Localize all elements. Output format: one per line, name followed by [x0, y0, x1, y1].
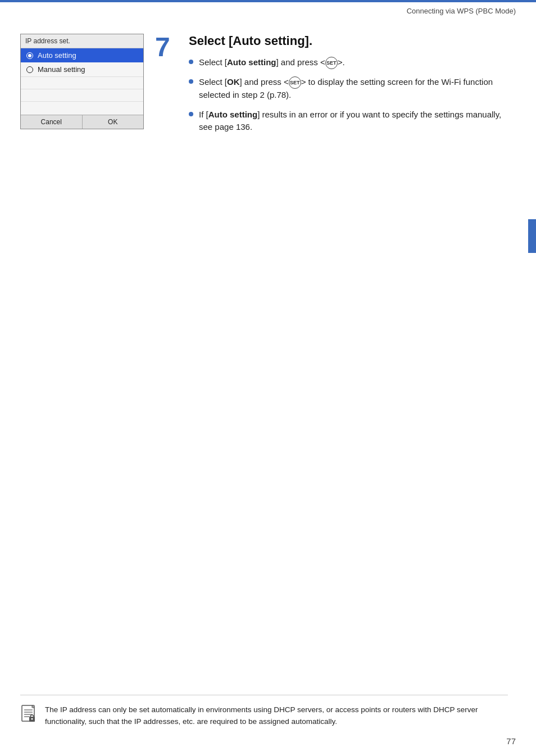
camera-ui-item-auto: Auto setting [21, 48, 143, 62]
bullet-list: Select [Auto setting] and press <SET>. S… [189, 56, 516, 134]
camera-ui-spacer-3 [21, 101, 143, 114]
camera-ui-buttons: Cancel OK [21, 115, 143, 129]
bullet-text-1: Select [Auto setting] and press <SET>. [199, 56, 345, 69]
camera-ui-mockup: IP address set. Auto setting Manual sett… [20, 34, 144, 129]
step-content: Select [Auto setting]. Select [Auto sett… [189, 34, 516, 141]
breadcrumb: Connecting via WPS (PBC Mode) [407, 7, 516, 15]
radio-manual [26, 66, 33, 73]
camera-ui-item-auto-label: Auto setting [38, 51, 76, 60]
note-section: The IP address can only be set automatic… [20, 695, 508, 728]
camera-ui-spacer-2 [21, 89, 143, 101]
radio-auto [26, 52, 33, 59]
main-content: IP address set. Auto setting Manual sett… [20, 34, 516, 154]
camera-ui-item-manual: Manual setting [21, 62, 143, 76]
top-rule [0, 0, 536, 2]
note-icon [20, 704, 38, 725]
camera-ui-cancel-button[interactable]: Cancel [21, 115, 82, 129]
camera-ui-title: IP address set. [21, 34, 143, 48]
camera-ui-spacer-1 [21, 76, 143, 89]
page-number: 77 [506, 736, 516, 746]
bullet-text-3: If [Auto setting] results in an error or… [199, 108, 516, 134]
bullet-item-1: Select [Auto setting] and press <SET>. [189, 56, 516, 69]
bullet-dot-2 [189, 79, 193, 84]
set-icon-2: SET [289, 76, 301, 89]
set-icon-1: SET [325, 57, 338, 69]
bullet-dot-3 [189, 112, 193, 116]
bullet-text-2: Select [OK] and press <SET> to display t… [199, 76, 516, 102]
step-number: 7 [155, 34, 178, 61]
step-row: IP address set. Auto setting Manual sett… [20, 34, 516, 141]
step-heading: Select [Auto setting]. [189, 34, 516, 48]
note-text: The IP address can only be set automatic… [45, 704, 508, 728]
right-tab [528, 219, 536, 253]
bullet-item-2: Select [OK] and press <SET> to display t… [189, 76, 516, 102]
to-word: to [308, 77, 316, 87]
bullet-dot-1 [189, 60, 193, 64]
camera-ui-item-manual-label: Manual setting [38, 65, 85, 74]
camera-ui-ok-button[interactable]: OK [82, 115, 144, 129]
svg-point-6 [31, 718, 33, 720]
bullet-item-3: If [Auto setting] results in an error or… [189, 108, 516, 134]
